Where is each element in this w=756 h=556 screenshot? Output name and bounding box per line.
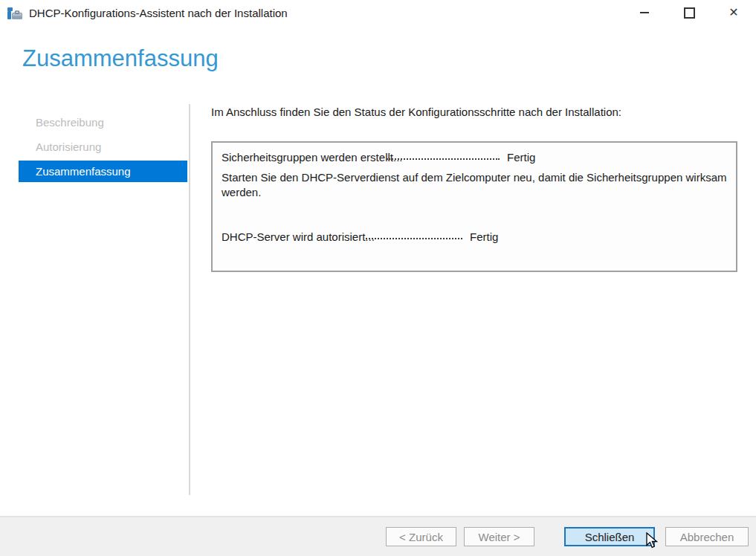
- status-row-authorize-server: DHCP-Server wird autorisiert... Fertig: [222, 230, 727, 243]
- status-box: Sicherheitsgruppen werden erstellt... Fe…: [211, 141, 737, 272]
- maximize-button[interactable]: [667, 0, 711, 25]
- cancel-button[interactable]: Abbrechen: [665, 527, 749, 546]
- status-row-security-groups: Sicherheitsgruppen werden erstellt... Fe…: [222, 151, 727, 164]
- intro-text: Im Anschluss finden Sie den Status der K…: [211, 106, 737, 118]
- page-title: Zusammenfassung: [22, 45, 756, 73]
- titlebar[interactable]: DHCP-Konfigurations-Assistent nach der I…: [0, 0, 756, 25]
- status-task-label: DHCP-Server wird autorisiert...: [222, 230, 366, 243]
- close-icon: ✕: [728, 7, 738, 19]
- close-wizard-button[interactable]: Schließen: [564, 527, 655, 546]
- minimize-button[interactable]: [622, 0, 667, 25]
- restart-service-note: Starten Sie den DHCP-Serverdienst auf de…: [222, 170, 727, 200]
- toolbox-app-icon: [7, 6, 23, 21]
- wizard-window: DHCP-Konfigurations-Assistent nach der I…: [0, 0, 756, 556]
- status-result: Fertig: [507, 151, 535, 164]
- wizard-steps-nav: Beschreibung Autorisierung Zusammenfassu…: [0, 104, 190, 495]
- wizard-body: Beschreibung Autorisierung Zusammenfassu…: [0, 104, 756, 495]
- status-result: Fertig: [470, 230, 498, 243]
- minimize-icon: [640, 12, 649, 13]
- footer-button-bar: < Zurück Weiter > Schließen Abbrechen: [0, 516, 756, 556]
- maximize-icon: [684, 7, 695, 19]
- dotted-leader: [387, 156, 500, 160]
- sidebar-item-zusammenfassung[interactable]: Zusammenfassung: [19, 161, 187, 182]
- window-title: DHCP-Konfigurations-Assistent nach der I…: [29, 7, 288, 19]
- sidebar-item-autorisierung[interactable]: Autorisierung: [0, 135, 189, 159]
- window-controls: ✕: [622, 0, 756, 25]
- close-button[interactable]: ✕: [711, 0, 756, 25]
- sidebar-item-beschreibung[interactable]: Beschreibung: [0, 110, 189, 135]
- wizard-content: Im Anschluss finden Sie den Status der K…: [190, 104, 756, 495]
- next-button[interactable]: Weiter >: [464, 527, 534, 546]
- status-task-label: Sicherheitsgruppen werden erstellt...: [222, 151, 387, 164]
- back-button[interactable]: < Zurück: [386, 527, 456, 546]
- dotted-leader: [366, 236, 462, 239]
